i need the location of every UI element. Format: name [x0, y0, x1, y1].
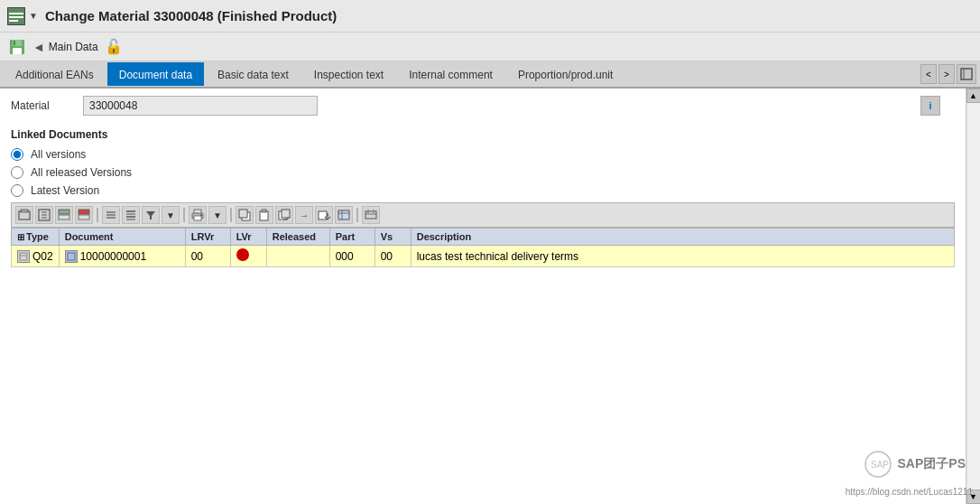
svg-rect-36	[282, 210, 290, 218]
row-doc-icon	[65, 250, 78, 263]
doc-toolbar: ▼ ▼	[11, 202, 955, 228]
col-header-released: Released	[266, 229, 329, 246]
doc-table: ⊞ Type Document LRVr LVr Released	[11, 228, 955, 267]
tab-proportion-prod-unit[interactable]: Proportion/prod.unit	[506, 62, 624, 86]
svg-rect-42	[365, 211, 376, 219]
info-button[interactable]: i	[920, 96, 940, 116]
tabs-prev-btn[interactable]: <	[920, 64, 937, 84]
cell-part: 000	[329, 246, 374, 267]
col-header-vs: Vs	[374, 229, 411, 246]
radio-latest-version-label: Latest Version	[31, 184, 99, 197]
tabs-expand-btn[interactable]	[957, 64, 976, 84]
cell-type: Q02	[12, 246, 60, 267]
doc-tool-import[interactable]	[315, 206, 333, 224]
cell-lrvr: 00	[185, 246, 230, 267]
cell-description: lucas test technical delivery terms	[411, 246, 954, 267]
svg-rect-39	[338, 210, 349, 219]
scroll-up-btn[interactable]: ▲	[966, 89, 981, 103]
material-input[interactable]	[83, 96, 318, 116]
info-icon: i	[929, 100, 931, 111]
col-header-description: Description	[411, 229, 954, 246]
tab-internal-comment[interactable]: Internal comment	[397, 62, 504, 86]
doc-toolbar-sep1	[97, 208, 98, 222]
doc-tool-expand[interactable]	[35, 206, 53, 224]
watermark: SAP SAP团子PS	[864, 450, 966, 479]
svg-point-30	[200, 214, 202, 216]
doc-tool-filter-set[interactable]	[142, 206, 160, 224]
scroll-track[interactable]	[967, 103, 980, 490]
radio-latest-version-input[interactable]	[11, 184, 23, 197]
watermark-icon: SAP	[864, 450, 892, 479]
svg-rect-19	[79, 215, 89, 219]
svg-rect-32	[239, 210, 247, 218]
radio-all-versions-input[interactable]	[11, 148, 23, 161]
doc-tool-filter-arrow[interactable]: ▼	[162, 206, 180, 224]
col-header-type: ⊞ Type	[12, 229, 60, 246]
col-header-lrvr: LRVr	[185, 229, 230, 246]
doc-tool-print-arrow[interactable]: ▼	[208, 206, 227, 224]
doc-tool-export[interactable]: →	[295, 206, 313, 224]
app-icon	[7, 7, 25, 25]
lock-icon: 🔓	[105, 38, 123, 55]
svg-rect-37	[319, 211, 327, 219]
table-row[interactable]: Q02 10000000001	[12, 246, 955, 267]
doc-tool-details[interactable]	[335, 206, 353, 224]
doc-tool-copy[interactable]	[236, 206, 254, 224]
cell-lvr	[230, 246, 266, 267]
doc-tool-settings[interactable]	[362, 206, 380, 224]
toolbar-save-icon[interactable]	[7, 37, 27, 57]
row-icon	[17, 250, 30, 263]
doc-tool-align1[interactable]	[102, 206, 120, 224]
svg-rect-2	[9, 16, 23, 18]
title-dropdown-arrow[interactable]: ▼	[29, 11, 38, 21]
svg-rect-3	[9, 20, 18, 22]
svg-rect-11	[21, 210, 28, 212]
main-content: Material i Linked Documents All versions…	[0, 89, 980, 504]
radio-all-released: All released Versions	[11, 166, 955, 179]
doc-tool-table[interactable]	[55, 206, 73, 224]
svg-rect-16	[59, 210, 69, 214]
doc-tool-paste[interactable]	[255, 206, 273, 224]
svg-rect-44	[20, 253, 27, 260]
doc-tool-print[interactable]	[189, 206, 207, 224]
cell-released	[266, 246, 329, 267]
tabs-bar: Additional EANs Document data Basic data…	[0, 61, 980, 89]
svg-rect-6	[13, 48, 22, 54]
tab-document-data[interactable]: Document data	[107, 62, 204, 86]
radio-latest-version: Latest Version	[11, 184, 955, 197]
doc-tool-align2[interactable]	[122, 206, 140, 224]
svg-rect-46	[68, 253, 75, 260]
toolbar: ◄ Main Data 🔓	[0, 33, 980, 61]
radio-all-released-input[interactable]	[11, 166, 23, 179]
linked-docs-title: Linked Documents	[11, 128, 955, 141]
col-header-part: Part	[329, 229, 374, 246]
tab-additional-eans[interactable]: Additional EANs	[4, 62, 106, 86]
title-bar: ▼ Change Material 33000048 (Finished Pro…	[0, 0, 980, 33]
released-indicator	[236, 248, 249, 261]
main-data-btn[interactable]: ◄ Main Data	[32, 40, 98, 54]
doc-tool-move[interactable]	[275, 206, 293, 224]
svg-rect-29	[194, 216, 201, 220]
svg-rect-8	[961, 69, 972, 79]
svg-rect-18	[79, 210, 89, 214]
cell-document: 10000000001	[59, 246, 185, 267]
doc-tool-refresh[interactable]	[15, 206, 33, 224]
col-header-lvr: LVr	[230, 229, 266, 246]
doc-toolbar-sep4	[356, 208, 358, 222]
tab-inspection-text[interactable]: Inspection text	[302, 62, 395, 86]
radio-all-versions: All versions	[11, 148, 955, 161]
svg-rect-33	[260, 211, 268, 220]
main-data-label: Main Data	[49, 41, 98, 53]
tab-basic-data-text[interactable]: Basic data text	[206, 62, 300, 86]
svg-rect-17	[59, 215, 69, 219]
doc-tool-red-table[interactable]	[75, 206, 93, 224]
tabs-next-btn[interactable]: >	[938, 64, 955, 84]
material-label: Material	[11, 99, 83, 112]
tabs-navigation: < >	[920, 64, 976, 84]
content-area: Material i Linked Documents All versions…	[0, 89, 966, 504]
table-expand-icon: ⊞	[17, 232, 24, 242]
cell-vs: 00	[374, 246, 411, 267]
material-row: Material i	[11, 96, 955, 116]
lock-btn[interactable]: 🔓	[104, 37, 124, 57]
col-header-document: Document	[59, 229, 185, 246]
